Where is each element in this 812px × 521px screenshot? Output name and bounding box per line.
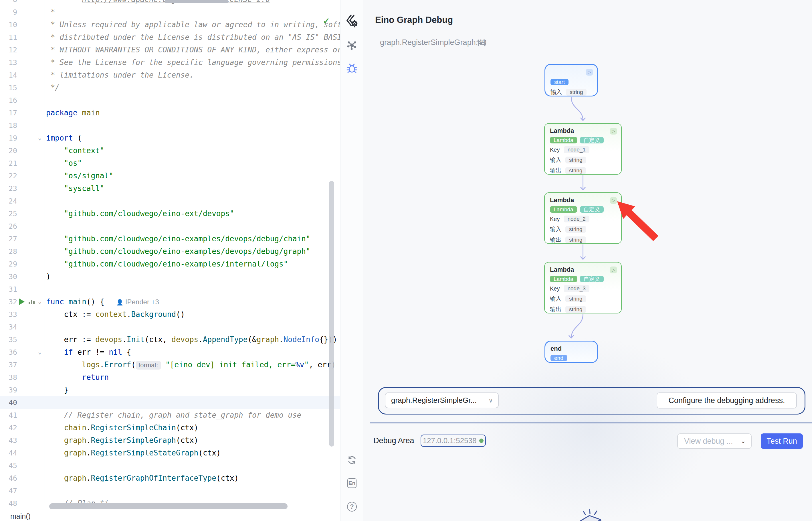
code-line-47[interactable]: 47: [0, 484, 340, 497]
language-en-icon[interactable]: En: [340, 477, 363, 489]
fold-chevron-icon[interactable]: ⌄: [38, 135, 43, 140]
test-run-button[interactable]: Test Run: [761, 433, 803, 449]
code-line-35[interactable]: 35 err := devops.Init(ctx, devops.Append…: [0, 333, 340, 346]
code-line-40[interactable]: 40: [0, 396, 340, 409]
code-line-21[interactable]: 21 "os": [0, 157, 340, 169]
fold-chevron-icon[interactable]: ⌄: [38, 349, 43, 354]
code-vision-hint[interactable]: 👤 IPender +3: [116, 296, 159, 308]
code-line-23[interactable]: 23 "syscall": [0, 182, 340, 195]
debug-address-chip[interactable]: 127.0.0.1:52538: [421, 434, 486, 447]
node-badges: start: [550, 79, 592, 85]
graph-hub-icon[interactable]: [340, 39, 363, 51]
debug-target-select[interactable]: graph.RegisterSimpleGr... ∨: [385, 392, 499, 408]
top-scroll-thumb[interactable]: [165, 0, 228, 3]
code-line-16[interactable]: 16: [0, 94, 340, 107]
gutter: [17, 484, 46, 497]
code-line-15[interactable]: 15 */: [0, 81, 340, 94]
gutter: [17, 195, 46, 207]
node-play-button[interactable]: ▷: [610, 267, 617, 273]
code-line-28[interactable]: 28 "github.com/cloudwego/eino-examples/d…: [0, 245, 340, 258]
graph-node-node_3[interactable]: ▷LambdaLambda自定义Keynode_3输入string输出strin…: [544, 262, 622, 314]
code-line-20[interactable]: 20 "context": [0, 144, 340, 157]
node-play-button[interactable]: ▷: [610, 197, 617, 204]
code-line-34[interactable]: 34: [0, 321, 340, 333]
code-line-10[interactable]: 10 * Unless required by applicable law o…: [0, 18, 340, 31]
code-line-38[interactable]: 38 return: [0, 371, 340, 384]
gutter: [17, 497, 46, 509]
code-line-13[interactable]: 13 * See the License for the specific la…: [0, 56, 340, 69]
code-text: "github.com/cloudwego/eino-examples/devo…: [46, 232, 340, 245]
code-line-37[interactable]: 37 logs.Errorf(format: "[eino dev] init …: [0, 358, 340, 371]
node-play-button[interactable]: ▷: [610, 128, 617, 135]
code-line-26[interactable]: 26: [0, 220, 340, 232]
node-type-badge: Lambda: [550, 206, 577, 213]
code-line-32[interactable]: 32⌄func main() { 👤 IPender +3: [0, 295, 340, 308]
code-line-36[interactable]: 36⌄ if err != nil {: [0, 346, 340, 358]
code-line-12[interactable]: 12 * WITHOUT WARRANTIES OR CONDITIONS OF…: [0, 44, 340, 56]
refresh-icon[interactable]: [340, 454, 363, 466]
code-line-25[interactable]: 25 "github.com/cloudwego/eino-ext/devops…: [0, 207, 340, 220]
row-label: Key: [550, 286, 560, 292]
code-line-43[interactable]: 43 graph.RegisterSimpleGraph(ctx): [0, 434, 340, 447]
custom-badge: 自定义: [580, 276, 604, 282]
code-line-19[interactable]: 19⌄import (: [0, 132, 340, 144]
breadcrumb[interactable]: main(): [10, 512, 31, 520]
gutter: [17, 358, 46, 371]
code-editor[interactable]: 8 * http://www.apache.org/licenses/LICEN…: [0, 0, 340, 521]
row-value-chip: string: [565, 295, 586, 302]
code-line-42[interactable]: 42 chain.RegisterSimpleChain(ctx): [0, 422, 340, 434]
gutter: [17, 6, 46, 18]
graph-canvas[interactable]: ▷start输入string▷LambdaLambda自定义Keynode_1输…: [363, 0, 812, 386]
code-line-14[interactable]: 14 * limitations under the License.: [0, 69, 340, 81]
inspections-ok-icon[interactable]: ✓: [323, 16, 330, 26]
run-history-icon[interactable]: [29, 300, 36, 304]
fold-chevron-icon[interactable]: ⌄: [38, 299, 43, 304]
code-line-44[interactable]: 44 graph.RegisterSimpleStateGraph(ctx): [0, 447, 340, 459]
line-number: 16: [0, 96, 17, 105]
gutter: [17, 396, 46, 409]
code-text: "os": [46, 157, 340, 169]
code-line-41[interactable]: 41 // Register chain, graph and state_gr…: [0, 409, 340, 422]
code-text: [46, 396, 340, 409]
code-text: return: [46, 371, 340, 384]
code-line-18[interactable]: 18: [0, 119, 340, 132]
node-title: Lambda: [550, 266, 616, 273]
code-line-33[interactable]: 33 ctx := context.Background(): [0, 308, 340, 321]
debug-area-label: Debug Area: [374, 436, 414, 445]
code-line-24[interactable]: 24: [0, 195, 340, 207]
code-line-45[interactable]: 45: [0, 459, 340, 472]
code-text: logs.Errorf(format: "[eino dev] init fai…: [46, 358, 340, 371]
code-text: [46, 459, 340, 472]
node-badges: Lambda自定义: [550, 206, 616, 213]
node-type-badge: Lambda: [550, 137, 577, 143]
graph-node-node_2[interactable]: ▷LambdaLambda自定义Keynode_2输入string输出strin…: [544, 192, 622, 244]
code-line-27[interactable]: 27 "github.com/cloudwego/eino-examples/d…: [0, 232, 340, 245]
view-debug-select[interactable]: View debug ... ⌄: [677, 433, 751, 449]
graph-node-node_1[interactable]: ▷LambdaLambda自定义Keynode_1输入string输出strin…: [544, 123, 622, 175]
configure-address-button[interactable]: Configure the debugging address.: [656, 392, 797, 408]
vertical-scrollbar[interactable]: [329, 181, 334, 447]
code-line-30[interactable]: 30): [0, 270, 340, 283]
code-line-31[interactable]: 31: [0, 283, 340, 295]
custom-badge: 自定义: [580, 206, 604, 213]
run-main-icon[interactable]: [19, 298, 25, 305]
horizontal-scrollbar[interactable]: [49, 503, 288, 509]
code-text: graph.RegisterSimpleGraph(ctx): [46, 434, 340, 447]
help-icon[interactable]: ?: [340, 501, 363, 513]
code-text: [46, 283, 340, 295]
row-value-chip: string: [565, 226, 586, 233]
graph-node-start[interactable]: ▷start输入string: [545, 64, 598, 96]
debug-bug-icon[interactable]: [340, 62, 363, 74]
code-line-9[interactable]: 9 *: [0, 6, 340, 18]
graph-node-end[interactable]: endend: [545, 341, 598, 363]
code-line-11[interactable]: 11 * distributed under the License is di…: [0, 31, 340, 44]
code-line-46[interactable]: 46 graph.RegisterGraphOfInterfaceType(ct…: [0, 472, 340, 484]
code-line-17[interactable]: 17package main: [0, 107, 340, 119]
code-line-39[interactable]: 39 }: [0, 384, 340, 396]
gutter: [17, 270, 46, 283]
code-line-22[interactable]: 22 "os/signal": [0, 169, 340, 182]
code-text: // Register chain, graph and state_graph…: [46, 409, 340, 422]
node-play-button[interactable]: ▷: [586, 69, 593, 75]
code-line-29[interactable]: 29 "github.com/cloudwego/eino-examples/i…: [0, 258, 340, 270]
code-text: [46, 321, 340, 333]
